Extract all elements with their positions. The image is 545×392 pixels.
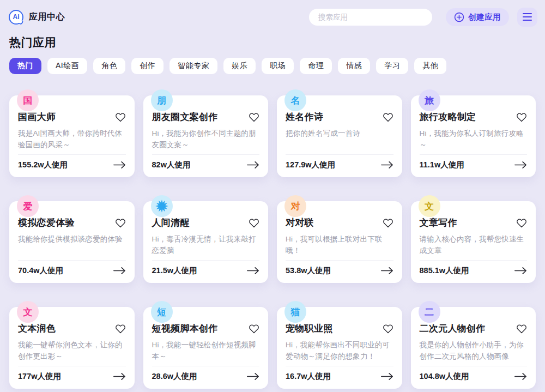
heart-icon (516, 218, 527, 228)
app-badge-icon: 朋 (151, 89, 173, 111)
menu-bar (523, 16, 532, 18)
app-title-text: 文章写作 (420, 216, 457, 229)
app-card-wrap: 对 对对联 Hi，我可以根据上联对出下联哦！ 53.8w人使用 (277, 195, 402, 283)
top-bar: Ai 应用中心 创建应用 (0, 0, 545, 27)
app-badge-text: 文 (425, 200, 434, 213)
app-badge-text: 爱 (23, 200, 33, 213)
heart-icon (383, 323, 393, 334)
arrow-right-icon (246, 372, 259, 381)
heart-icon (383, 112, 393, 122)
favorite-heart-button[interactable] (383, 112, 393, 123)
category-tab-1[interactable]: AI绘画 (47, 58, 87, 74)
usage-count: 16.7w人使用 (286, 371, 331, 382)
open-app-arrow-button[interactable] (380, 267, 393, 275)
search-input[interactable] (309, 9, 432, 26)
open-app-arrow-button[interactable] (514, 267, 527, 275)
category-tab-2[interactable]: 角色 (93, 58, 125, 74)
app-title-text: 对对联 (286, 216, 314, 229)
plus-circle-icon (454, 12, 464, 22)
favorite-heart-button[interactable] (383, 218, 393, 228)
app-card-wrap: 名 姓名作诗 把你的姓名写成一首诗 127.9w人使用 (277, 89, 402, 177)
card-title-row: 旅行攻略制定 (420, 111, 528, 123)
app-description: Hi，我能为你创作不同主题的朋友圈文案～ (152, 128, 260, 151)
arrow-right-icon (514, 267, 527, 275)
category-tab-4[interactable]: 智能专家 (169, 58, 217, 74)
app-description: Hi，我能一键轻松创作短视频脚本～ (152, 339, 260, 363)
favorite-heart-button[interactable] (249, 112, 259, 123)
app-logo-icon: Ai (9, 10, 23, 25)
category-tabs: 热门 AI绘画 角色 创作 智能专家 娱乐 职场 命理 情感 学习 其他 (9, 58, 536, 74)
category-tab-8[interactable]: 情感 (338, 58, 370, 74)
arrow-right-icon (514, 161, 527, 169)
app-badge-text: 对 (291, 200, 300, 213)
card-footer: 82w人使用 (152, 154, 260, 170)
favorite-heart-button[interactable] (383, 323, 393, 334)
open-app-arrow-button[interactable] (380, 161, 393, 170)
card-title-row: 朋友圈文案创作 (152, 111, 260, 123)
usage-count: 885.1w人使用 (420, 266, 469, 276)
card-footer: 155.2w人使用 (18, 154, 126, 170)
card-footer: 16.7w人使用 (286, 366, 393, 382)
favorite-heart-button[interactable] (249, 323, 259, 334)
card-footer: 127.9w人使用 (286, 154, 393, 170)
app-badge-icon: 文 (419, 195, 440, 217)
heart-icon (115, 323, 126, 334)
app-title-text: 模拟恋爱体验 (18, 216, 75, 229)
app-title-text: 宠物职业照 (286, 322, 333, 335)
card-title-row: 姓名作诗 (286, 111, 393, 123)
heart-icon (115, 218, 126, 228)
category-tab-3[interactable]: 创作 (131, 58, 164, 74)
category-tab-10[interactable]: 其他 (414, 58, 446, 74)
favorite-heart-button[interactable] (516, 218, 527, 228)
category-tab-6[interactable]: 职场 (262, 58, 294, 74)
heart-icon (516, 323, 527, 334)
open-app-arrow-button[interactable] (514, 161, 527, 170)
app-description: 把你的姓名写成一首诗 (286, 128, 393, 139)
favorite-heart-button[interactable] (115, 112, 126, 123)
usage-count: 127.9w人使用 (286, 160, 335, 170)
app-title-text: 文本润色 (18, 322, 56, 335)
app-card-wrap: 朋 朋友圈文案创作 Hi，我能为你创作不同主题的朋友圈文案～ 82w人使用 (143, 89, 269, 177)
create-app-button[interactable]: 创建应用 (446, 8, 509, 26)
heart-icon (249, 323, 259, 334)
app-title-text: 短视频脚本创作 (152, 322, 218, 335)
app-title-text: 人间清醒 (152, 216, 190, 229)
starburst-icon (154, 198, 169, 214)
app-title-text: 朋友圈文案创作 (152, 111, 218, 123)
app-badge-icon: 旅 (419, 89, 440, 111)
favorite-heart-button[interactable] (516, 112, 527, 123)
app-badge-icon: 二 (419, 301, 440, 323)
arrow-right-icon (113, 161, 126, 169)
app-badge-text: 二 (425, 306, 434, 318)
open-app-arrow-button[interactable] (113, 267, 126, 275)
open-app-arrow-button[interactable] (246, 372, 259, 381)
favorite-heart-button[interactable] (115, 218, 126, 228)
favorite-heart-button[interactable] (115, 323, 126, 334)
heart-icon (249, 218, 259, 228)
category-tab-7[interactable]: 命理 (300, 58, 332, 74)
open-app-arrow-button[interactable] (514, 372, 527, 381)
category-tab-0[interactable]: 热门 (9, 58, 41, 74)
favorite-heart-button[interactable] (516, 323, 527, 334)
card-footer: 104.8w人使用 (420, 366, 528, 382)
app-description: 我能给你提供模拟谈恋爱的体验 (18, 233, 126, 245)
arrow-right-icon (514, 372, 527, 381)
usage-count: 11.1w人使用 (420, 160, 464, 170)
app-card-wrap: 短 短视频脚本创作 Hi，我能一键轻松创作短视频脚本～ 28.6w人使用 (143, 301, 269, 389)
app-description: 我是你的人物创作小助手，为你创作二次元风格的人物画像 (420, 339, 528, 363)
favorite-heart-button[interactable] (249, 218, 259, 228)
usage-count: 70.4w人使用 (18, 266, 63, 276)
category-tab-9[interactable]: 学习 (376, 58, 408, 74)
category-tab-5[interactable]: 娱乐 (223, 58, 256, 74)
open-app-arrow-button[interactable] (246, 161, 259, 170)
open-app-arrow-button[interactable] (113, 161, 126, 170)
open-app-arrow-button[interactable] (380, 372, 393, 381)
app-card-grid: 国 国画大师 我是AI国画大师，带你跨时代体验国画的风采～ 155.2w人使用 (9, 89, 536, 389)
open-app-arrow-button[interactable] (246, 267, 259, 275)
hamburger-menu-button[interactable] (517, 8, 537, 27)
menu-bar (523, 20, 532, 21)
app-badge-icon: 猫 (284, 301, 306, 323)
open-app-arrow-button[interactable] (113, 372, 126, 381)
card-title-row: 二次元人物创作 (420, 322, 528, 335)
arrow-right-icon (113, 372, 126, 381)
